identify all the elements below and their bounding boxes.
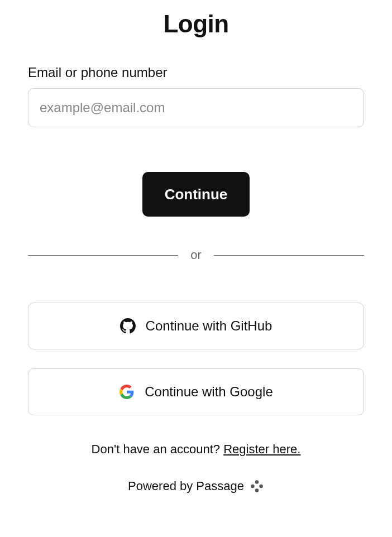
register-prompt: Don't have an account? Register here. — [28, 442, 364, 457]
register-prompt-text: Don't have an account? — [92, 442, 224, 456]
svg-point-0 — [255, 480, 259, 484]
divider: or — [28, 248, 364, 262]
divider-text: or — [190, 248, 202, 262]
svg-point-2 — [259, 485, 263, 488]
google-icon — [119, 384, 135, 400]
passage-icon — [250, 479, 264, 493]
github-button-label: Continue with GitHub — [146, 318, 273, 334]
continue-button[interactable]: Continue — [142, 172, 250, 217]
register-link[interactable]: Register here. — [223, 442, 300, 456]
github-icon — [120, 318, 136, 334]
continue-with-google-button[interactable]: Continue with Google — [28, 368, 364, 415]
identifier-label: Email or phone number — [28, 65, 364, 80]
continue-with-github-button[interactable]: Continue with GitHub — [28, 303, 364, 349]
svg-point-3 — [255, 488, 259, 492]
powered-by-text: Powered by Passage — [128, 479, 244, 493]
powered-by: Powered by Passage — [28, 479, 364, 493]
identifier-input[interactable] — [28, 88, 364, 127]
svg-point-1 — [251, 485, 255, 488]
google-button-label: Continue with Google — [145, 384, 273, 400]
page-title: Login — [28, 0, 364, 65]
divider-line — [28, 255, 178, 256]
divider-line — [214, 255, 364, 256]
